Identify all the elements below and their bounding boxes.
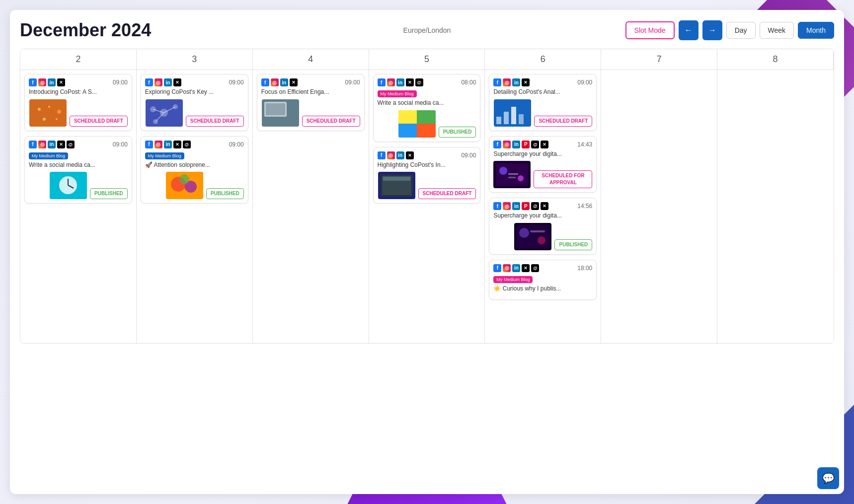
post-card-header: f◎in✕@18:00 bbox=[493, 264, 592, 272]
slot-mode-button[interactable]: Slot Mode bbox=[625, 21, 675, 39]
day-header-5: 5 bbox=[369, 49, 485, 70]
status-badge: SCHEDULED DRAFT bbox=[418, 188, 476, 199]
post-title: 🚀 Attention soloprene... bbox=[145, 161, 244, 169]
post-card[interactable]: f◎inP@✕14:56Supercharge your digita...PU… bbox=[489, 198, 597, 255]
linkedin-icon: in bbox=[48, 141, 56, 148]
x-icon: ✕ bbox=[57, 141, 65, 148]
post-card[interactable]: f◎in✕09:00Exploring CoPost's Key ...SCHE… bbox=[141, 74, 248, 131]
post-time: 18:00 bbox=[577, 265, 592, 272]
instagram-icon: ◎ bbox=[38, 78, 46, 86]
post-card[interactable]: f◎in✕09:00Highlighting CoPost's In...SCH… bbox=[373, 147, 481, 204]
svg-rect-36 bbox=[511, 107, 516, 124]
post-card[interactable]: f◎in✕09:00Focus on Efficient Enga...SCHE… bbox=[257, 74, 365, 131]
post-card-header: f◎in✕09:00 bbox=[145, 78, 244, 86]
svg-rect-34 bbox=[496, 117, 501, 124]
x-icon: ✕ bbox=[57, 78, 65, 86]
post-card-header: f◎in✕09:00 bbox=[29, 78, 128, 86]
post-time: 09:00 bbox=[229, 79, 244, 86]
day-view-button[interactable]: Day bbox=[726, 22, 756, 39]
post-card-header: f◎in✕@09:00 bbox=[29, 141, 128, 148]
svg-rect-27 bbox=[417, 110, 436, 124]
linkedin-icon: in bbox=[164, 141, 172, 148]
week-view-button[interactable]: Week bbox=[760, 22, 794, 39]
post-image-area: PUBLISHED bbox=[145, 172, 244, 199]
facebook-icon: f bbox=[493, 141, 501, 148]
status-badge: PUBLISHED bbox=[554, 239, 592, 250]
facebook-icon: f bbox=[29, 78, 37, 86]
post-time: 09:00 bbox=[113, 79, 128, 86]
post-card[interactable]: f◎in✕@18:00My Medium Blog☀️ Curious why … bbox=[489, 260, 597, 300]
x-icon: ✕ bbox=[522, 78, 530, 86]
svg-point-2 bbox=[48, 106, 50, 108]
linkedin-icon: in bbox=[280, 78, 288, 86]
post-card[interactable]: f◎in✕@09:00My Medium BlogWrite a social … bbox=[24, 136, 132, 204]
post-card-header: f◎in✕@08:00 bbox=[378, 78, 476, 86]
status-badge: SCHEDULED FOR APPROVAL bbox=[534, 170, 592, 188]
post-card-header: f◎inP@✕14:43 bbox=[493, 141, 592, 148]
post-card-header: f◎inP@✕14:56 bbox=[493, 202, 592, 210]
instagram-icon: ◎ bbox=[503, 78, 511, 86]
instagram-icon: ◎ bbox=[387, 78, 395, 86]
status-badge: SCHEDULED DRAFT bbox=[302, 116, 360, 127]
instagram-icon: ◎ bbox=[503, 202, 511, 210]
post-thumbnail bbox=[514, 223, 551, 250]
post-image-area: SCHEDULED DRAFT bbox=[261, 99, 360, 127]
linkedin-icon: in bbox=[396, 151, 404, 159]
chat-icon: 💬 bbox=[822, 472, 835, 484]
x-icon: ✕ bbox=[406, 151, 414, 159]
svg-point-3 bbox=[57, 110, 61, 114]
post-thumbnail bbox=[50, 172, 87, 199]
facebook-icon: f bbox=[29, 141, 37, 148]
day-header-3: 3 bbox=[137, 49, 253, 70]
post-title: Exploring CoPost's Key ... bbox=[145, 88, 244, 96]
day-col-3: f◎in✕09:00Exploring CoPost's Key ...SCHE… bbox=[137, 70, 253, 343]
facebook-icon: f bbox=[493, 264, 501, 272]
day-header-4: 4 bbox=[253, 49, 369, 70]
post-time: 09:00 bbox=[113, 141, 128, 148]
post-thumbnail bbox=[493, 161, 531, 188]
threads-icon: @ bbox=[531, 264, 539, 272]
main-container: December 2024 Europe/London Slot Mode ← … bbox=[10, 10, 844, 494]
post-card[interactable]: f◎in✕09:00Detailing CoPost's Anal...SCHE… bbox=[489, 74, 597, 131]
day-col-5: f◎in✕@08:00My Medium BlogWrite a social … bbox=[369, 70, 485, 343]
facebook-icon: f bbox=[145, 141, 153, 148]
channel-badge: My Medium Blog bbox=[145, 152, 184, 159]
facebook-icon: f bbox=[378, 151, 386, 159]
facebook-icon: f bbox=[493, 202, 501, 210]
svg-rect-24 bbox=[266, 103, 285, 115]
post-card-header: f◎in✕09:00 bbox=[261, 78, 360, 86]
post-card-header: f◎in✕@09:00 bbox=[145, 141, 244, 148]
x-icon: ✕ bbox=[173, 141, 181, 148]
status-badge: PUBLISHED bbox=[439, 127, 476, 138]
post-time: 14:56 bbox=[577, 203, 592, 210]
status-badge: SCHEDULED DRAFT bbox=[534, 116, 592, 127]
x-icon: ✕ bbox=[290, 78, 298, 86]
threads-icon: @ bbox=[531, 141, 539, 148]
post-card[interactable]: f◎in✕@09:00My Medium Blog🚀 Attention sol… bbox=[141, 136, 248, 204]
svg-point-40 bbox=[499, 167, 507, 175]
svg-point-47 bbox=[538, 236, 545, 244]
day-header-2: 2 bbox=[20, 49, 137, 70]
post-time: 09:00 bbox=[461, 152, 476, 159]
svg-point-21 bbox=[179, 174, 189, 184]
day-col-6: f◎in✕09:00Detailing CoPost's Anal...SCHE… bbox=[485, 70, 601, 343]
day-header-8: 8 bbox=[717, 49, 834, 70]
status-badge: PUBLISHED bbox=[206, 188, 244, 199]
post-card[interactable]: f◎in✕@08:00My Medium BlogWrite a social … bbox=[373, 74, 481, 142]
month-view-button[interactable]: Month bbox=[798, 22, 834, 39]
chat-button[interactable]: 💬 bbox=[817, 467, 839, 489]
x-icon: ✕ bbox=[406, 78, 414, 86]
next-button[interactable]: → bbox=[702, 20, 722, 40]
svg-point-4 bbox=[43, 118, 46, 121]
post-title: Focus on Efficient Enga... bbox=[261, 88, 360, 96]
post-card[interactable]: f◎in✕09:00Introducing CoPost: A S...SCHE… bbox=[24, 74, 132, 131]
post-title: Write a social media ca... bbox=[378, 99, 476, 107]
threads-icon: @ bbox=[531, 202, 539, 210]
post-card[interactable]: f◎inP@✕14:43Supercharge your digita...SC… bbox=[489, 136, 597, 193]
post-time: 08:00 bbox=[461, 79, 476, 86]
post-image-area: SCHEDULED DRAFT bbox=[493, 99, 592, 127]
post-title: Supercharge your digita... bbox=[493, 150, 592, 158]
post-title: Highlighting CoPost's In... bbox=[378, 161, 476, 169]
instagram-icon: ◎ bbox=[503, 264, 511, 272]
prev-button[interactable]: ← bbox=[679, 20, 699, 40]
